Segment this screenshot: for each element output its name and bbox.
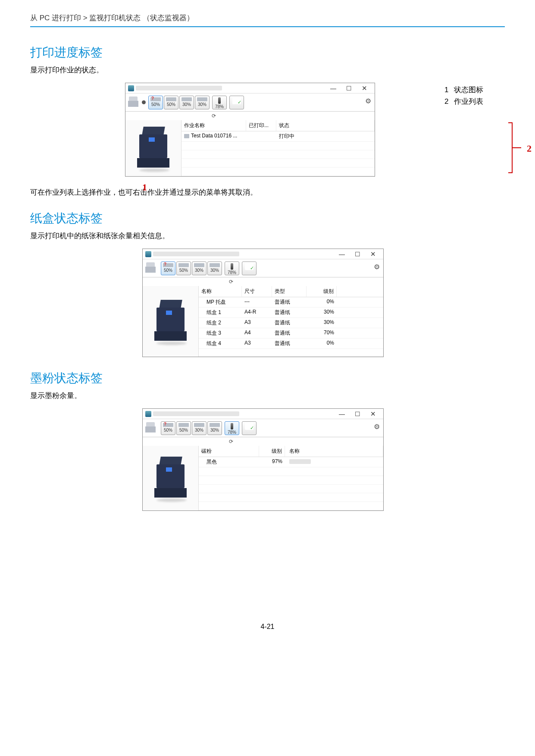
tab-pct-4: 30% [198,102,206,107]
table-row[interactable]: Test Data 010716 ... 打印中 [181,131,375,142]
toner-list-area: 碳粉 级别 名称 黑色 97% [199,446,383,510]
tab-cassette-2[interactable]: 50% [176,261,191,275]
table-row [199,502,383,510]
close-button[interactable]: ✕ [357,84,372,92]
tab-pct: 50% [179,428,188,432]
printer-small-icon [145,262,156,274]
close-button[interactable]: ✕ [365,250,381,258]
cell: 0% [307,297,337,307]
maximize-button[interactable]: ☐ [350,411,365,417]
window-title-blurred [136,86,222,90]
table-row[interactable]: 黑色 97% [199,457,383,467]
titlebar: — ☐ ✕ [143,249,383,259]
tab-pct: 30% [210,428,219,432]
tab-cassette-1[interactable]: 50% [161,421,175,435]
refresh-icon[interactable]: ⟳ [212,113,216,119]
table-row [181,168,375,176]
table-row [181,142,375,150]
section-print-progress-desc: 显示打印作业的状态。 [30,65,505,75]
cell: 纸盒 1 [199,308,242,317]
tab-pct-1: 50% [151,102,160,107]
col-name[interactable]: 名称 [285,446,383,457]
tab-toner[interactable]: 78% [225,421,239,435]
tab-cassette-3[interactable]: 30% [179,96,194,109]
col-printed[interactable]: 已打印... [246,120,276,131]
tab-pct: 30% [210,268,219,273]
legend-1-num: 1 [444,86,454,94]
cell: 普通纸 [272,318,307,328]
tab-cassette-1[interactable]: 50% [148,96,163,109]
legend-2-num: 2 [444,97,454,106]
settings-gear-icon[interactable]: ⚙ [374,263,380,271]
table-row[interactable]: 纸盒 4A3普通纸0% [199,339,383,349]
section-cassette-desc: 显示打印机中的纸张和纸张余量相关信息。 [30,231,505,241]
table-row[interactable]: 纸盒 2A3普通纸30% [199,318,383,328]
minimize-button[interactable]: — [334,411,350,417]
refresh-icon[interactable]: ⟳ [229,439,233,445]
table-row[interactable]: 纸盒 1A4-R普通纸30% [199,308,383,318]
settings-gear-icon[interactable]: ⚙ [374,423,380,431]
tab-cassette-2[interactable]: 50% [176,421,191,435]
tab-cassette-3[interactable]: 30% [192,261,206,275]
tab-cassette-1[interactable]: 50% [161,261,175,275]
tab-toner[interactable]: 78% [212,96,227,109]
maximize-button[interactable]: ☐ [341,85,357,92]
table-row [199,349,383,357]
tab-cassette-4[interactable]: 30% [207,261,222,275]
minimize-button[interactable]: — [334,251,350,258]
table-row [199,476,383,485]
cell: A3 [242,339,272,348]
col-type[interactable]: 类型 [272,286,307,297]
cell: 30% [307,318,337,328]
tab-cassette-3[interactable]: 30% [192,421,206,435]
table-row [199,493,383,502]
settings-gear-icon[interactable]: ⚙ [365,97,371,105]
toolbar: 50% 50% 30% 30% 78% ⚙ [143,259,383,277]
cell: A4-R [242,308,272,317]
document-icon [184,134,189,138]
tab-cassette-2[interactable]: 50% [164,96,178,109]
refresh-icon[interactable]: ⟳ [229,279,233,285]
col-name[interactable]: 名称 [199,286,242,297]
tab-toner[interactable]: 78% [225,261,239,275]
job-name-cell: Test Data 010716 ... [191,133,237,139]
table-row [199,485,383,493]
tab-alert[interactable] [242,421,257,435]
col-size[interactable]: 尺寸 [242,286,272,297]
col-level[interactable]: 级别 [307,286,337,297]
close-button[interactable]: ✕ [365,410,381,418]
cell: 纸盒 2 [199,318,242,328]
tab-cassette-4[interactable]: 30% [195,96,210,109]
minimize-button[interactable]: — [325,85,341,92]
statusbar: ⟳ [125,112,375,120]
tab-pct: 50% [179,268,188,273]
breadcrumb: 从 PC 进行打印 > 监视打印机状态 （状态监视器） [30,13,505,27]
table-row[interactable]: MP 托盘---普通纸0% [199,297,383,308]
legend-1-label: 状态图标 [454,86,483,94]
section-toner-title: 墨粉状态标签 [30,370,505,386]
col-job-name[interactable]: 作业名称 [181,120,246,131]
tab-alert[interactable] [229,96,244,109]
cell-toner-level: 97% [259,457,285,467]
tab-pct: 50% [164,268,172,273]
status-monitor-window-toner: — ☐ ✕ 50% 50% 30% 30% 78% ⚙ ⟳ 碳粉 级 [142,408,384,511]
status-monitor-window-progress: — ☐ ✕ 50% 50% 30% 30% 78% ⚙ ⟳ 作业名称 [125,83,375,177]
cell: 普通纸 [272,328,307,338]
tab-alert[interactable] [242,261,257,275]
table-row[interactable]: 纸盒 3A4普通纸70% [199,328,383,339]
cassette-list-area: 名称 尺寸 类型 级别 MP 托盘---普通纸0% 纸盒 1A4-R普通纸30%… [199,286,383,357]
col-toner[interactable]: 碳粉 [199,446,259,457]
window-title-blurred [153,252,239,256]
maximize-button[interactable]: ☐ [350,251,365,258]
table-row [181,159,375,168]
status-monitor-window-cassette: — ☐ ✕ 50% 50% 30% 30% 78% ⚙ ⟳ 名称 尺 [142,249,384,357]
printer-small-icon [145,422,156,434]
col-level[interactable]: 级别 [259,446,285,457]
app-icon [145,251,151,257]
col-status[interactable]: 状态 [276,120,375,131]
section-print-progress-title: 打印进度标签 [30,44,505,61]
job-status-cell: 打印中 [276,131,375,141]
tab-cassette-4[interactable]: 30% [207,421,222,435]
printer-image [125,120,181,176]
window-wrap-toner: — ☐ ✕ 50% 50% 30% 30% 78% ⚙ ⟳ 碳粉 级 [142,408,505,511]
